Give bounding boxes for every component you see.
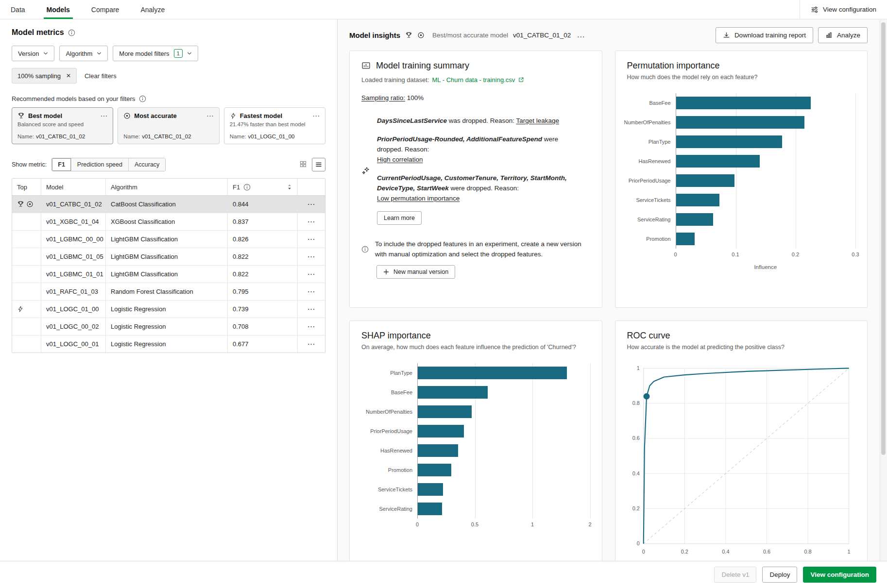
model-name-cell: v01_LGBMC_01_05 (41, 248, 106, 265)
algorithm-filter-dropdown[interactable]: Algorithm (59, 46, 108, 61)
version-filter-dropdown[interactable]: Version (12, 46, 54, 61)
more-icon[interactable]: ⋯ (307, 339, 316, 349)
column-algorithm[interactable]: Algorithm (106, 179, 228, 195)
table-row[interactable]: v01_LGBMC_01_01LightGBM Classification0.… (12, 266, 325, 283)
view-configuration-topbar-button[interactable]: View configuration (800, 0, 887, 19)
sort-icon[interactable] (287, 184, 292, 190)
note-text: were dropped. Reason: (449, 185, 519, 192)
learn-more-button[interactable]: Learn more (377, 211, 422, 225)
more-icon[interactable]: … (577, 30, 585, 40)
more-icon[interactable]: ⋯ (100, 114, 107, 118)
more-icon[interactable]: ⋯ (307, 322, 316, 331)
dropped-features-notes: DaysSinceLastService was dropped. Reason… (377, 116, 571, 203)
more-icon[interactable]: ⋯ (312, 114, 320, 118)
scrollbar-thumb[interactable] (881, 22, 886, 455)
more-icon[interactable]: ⋯ (307, 217, 316, 226)
download-training-report-button[interactable]: Download training report (716, 27, 813, 43)
metric-option-f1[interactable]: F1 (52, 158, 71, 171)
more-icon[interactable]: ⋯ (307, 252, 316, 261)
info-icon[interactable] (139, 95, 146, 102)
row-actions-cell: ⋯ (298, 231, 325, 248)
more-icon[interactable]: ⋯ (307, 287, 316, 296)
category-label: ServiceTickets (627, 190, 676, 210)
most-accurate-card[interactable]: Most accurate ⋯ Name:v01_CATBC_01_02 (118, 107, 219, 144)
tick-label: 0.2 (792, 252, 799, 257)
table-row[interactable]: v01_RAFC_01_03Random Forest Classificati… (12, 283, 325, 301)
dataset-link[interactable]: ML - Churn data - training.csv (432, 76, 515, 84)
tab-analyze[interactable]: Analyze (130, 0, 175, 19)
target-icon (417, 32, 425, 39)
reason-link[interactable]: Target leakage (516, 117, 559, 124)
row-actions-cell: ⋯ (298, 318, 325, 335)
reason-link[interactable]: High correlation (377, 156, 423, 163)
delete-version-button[interactable]: Delete v1 (714, 567, 756, 583)
table-row[interactable]: v01_LGBMC_00_00LightGBM Classification0.… (12, 231, 325, 248)
algorithm-cell: Logistic Regression (106, 301, 228, 318)
more-model-filters-dropdown[interactable]: More model filters 1 (113, 46, 198, 61)
most-accurate-name: v01_CATBC_01_02 (142, 134, 191, 139)
clear-filters-button[interactable]: Clear filters (85, 72, 117, 80)
model-insights-panel: Model insights Best/most accurate model … (338, 19, 887, 561)
reason-link[interactable]: Low permutation importance (377, 195, 460, 202)
models-table-body: v01_CATBC_01_02CatBoost Classification0.… (12, 196, 325, 353)
svg-text:0.6: 0.6 (632, 435, 639, 441)
table-row[interactable]: v01_LGBMC_01_05LightGBM Classification0.… (12, 248, 325, 266)
metric-option-accuracy[interactable]: Accuracy (129, 158, 165, 171)
f1-cell: 0.822 (228, 266, 298, 283)
new-manual-version-button[interactable]: New manual version (376, 265, 455, 279)
table-row[interactable]: v01_LOGC_00_02Logistic Regression0.708⋯ (12, 318, 325, 336)
x-axis-ticks: 00.10.20.3 (676, 252, 856, 259)
view-configuration-topbar-label: View configuration (823, 6, 876, 13)
table-row[interactable]: v01_CATBC_01_02CatBoost Classification0.… (12, 196, 325, 213)
more-icon[interactable]: ⋯ (307, 304, 316, 314)
analyze-button[interactable]: Analyze (818, 27, 868, 43)
info-icon[interactable] (243, 184, 251, 191)
category-label: ServiceRating (361, 499, 417, 519)
column-top[interactable]: Top (12, 179, 41, 195)
model-name-cell: v01_CATBC_01_02 (41, 196, 106, 213)
tick-label: 0 (416, 521, 419, 527)
fastest-model-card[interactable]: Fastest model ⋯ 21.47% faster than best … (224, 107, 325, 144)
tab-models[interactable]: Models (36, 0, 81, 19)
column-model[interactable]: Model (41, 179, 106, 195)
tab-data[interactable]: Data (0, 0, 36, 19)
best-model-title: Best model (28, 112, 62, 119)
tick-label: 0.3 (852, 252, 859, 257)
dropped-features-info-text: To include the dropped features in an ex… (375, 239, 589, 259)
category-label: NumberOfPenalties (627, 113, 676, 132)
more-icon[interactable]: ⋯ (307, 200, 316, 209)
info-icon[interactable] (68, 29, 75, 36)
name-label: Name: (17, 134, 34, 139)
grid-view-button[interactable] (297, 158, 309, 170)
row-actions-cell: ⋯ (298, 196, 325, 213)
external-link-icon[interactable] (518, 77, 524, 83)
tab-compare[interactable]: Compare (81, 0, 130, 19)
category-label: HasRenewed (361, 441, 417, 460)
best-model-card[interactable]: Best model ⋯ Balanced score and speed Na… (12, 107, 113, 144)
deploy-button[interactable]: Deploy (762, 567, 797, 583)
insights-title: Model insights (349, 31, 400, 39)
list-view-button[interactable] (312, 158, 325, 171)
close-icon[interactable]: ✕ (66, 72, 71, 79)
insights-header: Model insights Best/most accurate model … (338, 19, 879, 50)
models-table: Top Model Algorithm F1 v01_CATBC_01_02Ca… (12, 178, 325, 353)
fastest-model-subtitle: 21.47% faster than best model (230, 121, 320, 127)
more-icon[interactable]: ⋯ (206, 114, 214, 118)
column-f1[interactable]: F1 (228, 179, 298, 195)
footer-bar: Delete v1 Deploy View configuration (0, 561, 887, 588)
top-cell (12, 283, 41, 300)
metric-option-prediction-speed[interactable]: Prediction speed (71, 158, 129, 171)
scrollbar[interactable] (880, 20, 887, 561)
target-icon (26, 201, 34, 208)
table-row[interactable]: v01_XGBC_01_04XGBoost Classification0.83… (12, 213, 325, 231)
more-icon[interactable]: ⋯ (307, 235, 316, 244)
sampling-ratio-value: 100% (407, 94, 424, 101)
model-name-cell: v01_XGBC_01_04 (41, 213, 106, 230)
view-configuration-button[interactable]: View configuration (803, 567, 876, 583)
table-row[interactable]: v01_LOGC_01_00Logistic Regression0.739⋯ (12, 301, 325, 318)
more-icon[interactable]: ⋯ (307, 269, 316, 279)
svg-text:0.6: 0.6 (763, 549, 770, 554)
bar (676, 116, 805, 129)
table-row[interactable]: v01_LOGC_00_01Logistic Regression0.677⋯ (12, 336, 325, 353)
sampling-filter-chip[interactable]: 100% sampling ✕ (12, 68, 77, 84)
